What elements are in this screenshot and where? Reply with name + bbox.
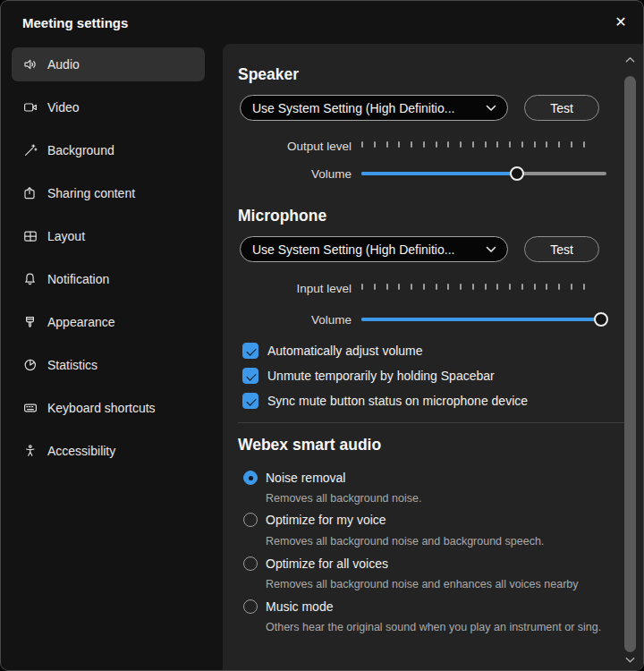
radio-icon [243,513,258,527]
slider-thumb[interactable] [510,166,524,181]
meeting-settings-dialog: Meeting settings ✕ Audio Video Backgroun… [0,0,644,671]
output-level-meter [361,137,585,151]
radio-icon [243,471,258,485]
checkbox-label: Sync mute button status on microphone de… [267,394,528,408]
share-icon [22,185,38,201]
keyboard-icon [22,400,38,416]
wand-icon [22,142,38,158]
microphone-volume-slider[interactable] [361,311,606,327]
statistics-icon [22,357,38,373]
auto-adjust-volume-checkbox[interactable]: Automatically adjust volume [242,341,423,361]
input-level-meter [361,279,585,293]
smart-audio-heading: Webex smart audio [238,436,381,454]
sidebar-item-background[interactable]: Background [12,133,205,167]
sidebar-item-label: Notification [47,272,109,286]
microphone-volume-label: Volume [223,313,352,327]
optimize-all-voices-description: Removes all background noise and enhance… [266,575,634,594]
slider-fill [361,172,518,175]
accessibility-icon [22,443,38,459]
close-icon: ✕ [614,14,626,30]
speaker-test-button[interactable]: Test [524,95,599,121]
input-level-label: Input level [223,282,352,295]
sidebar-item-notification[interactable]: Notification [12,262,205,296]
music-mode-radio[interactable]: Music mode [243,598,333,616]
sidebar-item-label: Video [47,100,80,115]
sidebar-item-layout[interactable]: Layout [12,219,205,253]
radio-label: Optimize for my voice [266,513,386,527]
music-mode-description: Others hear the original sound when you … [266,618,634,637]
optimize-my-voice-description: Removes all background noise and backgro… [266,532,634,551]
paintbrush-icon [22,314,38,330]
bell-icon [22,271,38,287]
sidebar-item-label: Statistics [47,358,97,372]
sidebar-item-statistics[interactable]: Statistics [12,348,205,382]
sidebar-item-audio[interactable]: Audio [12,47,205,81]
speaker-heading: Speaker [238,65,299,84]
titlebar: Meeting settings ✕ [1,1,643,44]
chevron-down-icon [486,246,496,253]
sidebar-item-label: Sharing content [47,186,135,200]
sidebar-item-label: Appearance [47,315,115,329]
checkbox-icon [242,368,258,384]
speaker-volume-slider[interactable] [361,166,606,182]
speaker-icon [22,56,38,72]
sidebar-item-label: Audio [47,57,80,72]
microphone-test-button[interactable]: Test [524,236,599,262]
speaker-device-select[interactable]: Use System Setting (High Definitio... [240,95,508,121]
chevron-down-icon [486,105,496,112]
sidebar-item-label: Keyboard shortcuts [47,401,156,415]
optimize-my-voice-radio[interactable]: Optimize for my voice [243,511,386,529]
microphone-heading: Microphone [238,207,326,225]
unmute-spacebar-checkbox[interactable]: Unmute temporarily by holding Spacebar [242,366,495,386]
sidebar-item-video[interactable]: Video [12,90,205,124]
sidebar-item-label: Accessibility [47,444,115,458]
optimize-all-voices-radio[interactable]: Optimize for all voices [243,555,388,573]
checkbox-label: Unmute temporarily by holding Spacebar [267,369,495,383]
output-level-label: Output level [223,140,352,153]
radio-icon [243,599,258,614]
section-divider [238,422,631,423]
noise-removal-radio[interactable]: Noise removal [243,469,345,487]
radio-label: Optimize for all voices [266,556,388,571]
scrollbar-thumb[interactable] [624,76,636,652]
speaker-volume-label: Volume [223,167,352,181]
scroll-up-icon[interactable] [624,56,636,65]
sidebar-item-sharing-content[interactable]: Sharing content [12,176,205,210]
radio-icon [243,556,258,571]
sidebar-item-keyboard-shortcuts[interactable]: Keyboard shortcuts [12,391,205,425]
radio-label: Noise removal [266,471,345,485]
sidebar-item-label: Layout [47,229,85,243]
microphone-device-select[interactable]: Use System Setting (High Definitio... [240,236,508,262]
scroll-down-icon[interactable] [624,657,636,666]
dialog-title: Meeting settings [22,1,128,44]
sync-mute-button-checkbox[interactable]: Sync mute button status on microphone de… [242,391,528,411]
camera-icon [22,99,38,115]
layout-grid-icon [22,228,38,244]
checkbox-icon [242,393,258,409]
slider-fill [361,318,606,321]
speaker-device-value: Use System Setting (High Definitio... [252,101,454,115]
microphone-device-value: Use System Setting (High Definitio... [252,242,454,257]
noise-removal-description: Removes all background noise. [266,489,634,508]
slider-thumb[interactable] [594,312,608,327]
radio-label: Music mode [266,599,333,614]
checkbox-label: Automatically adjust volume [267,344,423,358]
sidebar-item-label: Background [47,143,114,157]
checkbox-icon [242,343,258,359]
close-button[interactable]: ✕ [609,11,632,34]
sidebar-item-accessibility[interactable]: Accessibility [12,434,205,468]
sidebar-item-appearance[interactable]: Appearance [12,305,205,339]
audio-settings-panel: Speaker Use System Setting (High Definit… [223,44,643,670]
settings-sidebar: Audio Video Background Sharing content L… [12,47,205,477]
